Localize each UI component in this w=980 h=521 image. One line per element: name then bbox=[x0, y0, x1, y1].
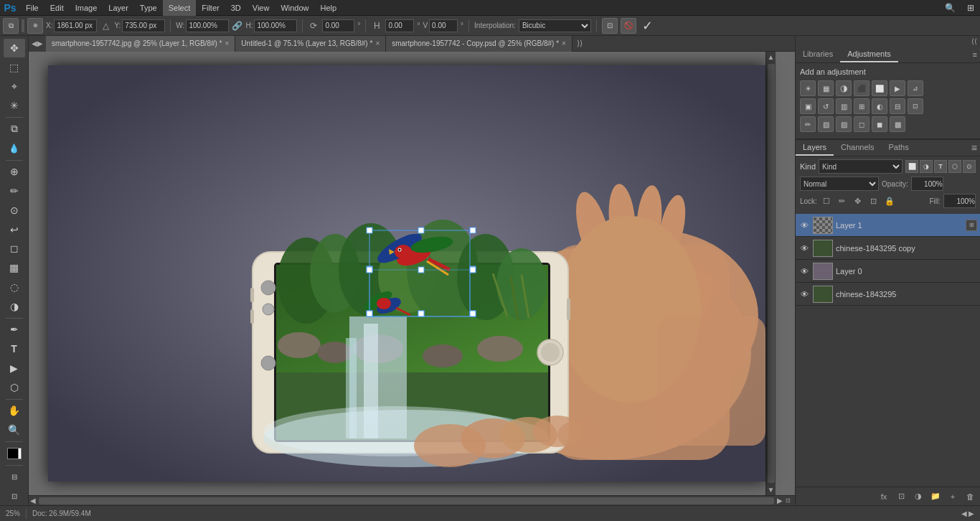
adj-invert[interactable]: ◐ bbox=[872, 98, 887, 114]
layer-adjustment-btn[interactable]: ◑ bbox=[911, 489, 925, 504]
tool-selection[interactable]: ⬚ bbox=[4, 58, 25, 77]
lock-position[interactable]: ✥ bbox=[852, 194, 864, 207]
tab-3[interactable]: smartphone-1957742 - Copy.psd @ 25% (RGB… bbox=[386, 36, 573, 52]
menu-3d[interactable]: 3D bbox=[225, 0, 247, 16]
tab-layers[interactable]: Layers bbox=[796, 140, 834, 156]
tool-healing[interactable]: ⊕ bbox=[4, 162, 25, 181]
w-input[interactable] bbox=[186, 19, 229, 32]
fill-input[interactable] bbox=[943, 194, 976, 208]
status-prev[interactable]: ◀ bbox=[961, 510, 967, 517]
adj-curves[interactable]: ◑ bbox=[836, 80, 852, 96]
layer-new-btn[interactable]: + bbox=[946, 489, 960, 504]
hskew-input[interactable] bbox=[385, 19, 414, 32]
tool-pen[interactable]: ✒ bbox=[4, 321, 25, 339]
layer-item-0[interactable]: 👁 Layer 1 ⊞ bbox=[796, 214, 980, 237]
menu-image[interactable]: Image bbox=[70, 0, 103, 16]
tool-path-select[interactable]: ▶ bbox=[4, 359, 25, 377]
adj-levels[interactable]: ▦ bbox=[818, 80, 834, 96]
filter-type[interactable]: T bbox=[934, 160, 947, 173]
adj-vibrance[interactable]: ⬜ bbox=[872, 80, 887, 96]
lock-transparent[interactable]: ☐ bbox=[820, 194, 833, 207]
adj-icon-4[interactable]: ◻ bbox=[854, 116, 870, 132]
layer-vis-3[interactable]: 👁 bbox=[798, 288, 810, 300]
menu-window[interactable]: Window bbox=[275, 0, 314, 16]
adj-icon-3[interactable]: ▨ bbox=[836, 116, 852, 132]
adj-brightness[interactable]: ☀ bbox=[800, 80, 816, 96]
warp-icon[interactable]: ⊡ bbox=[602, 18, 618, 34]
tab-3-close[interactable]: × bbox=[562, 39, 566, 47]
tab-paths[interactable]: Paths bbox=[882, 140, 916, 156]
angle-input[interactable] bbox=[322, 19, 354, 32]
tab-1-close[interactable]: × bbox=[225, 39, 230, 47]
tool-hand[interactable]: ✋ bbox=[4, 402, 25, 421]
lock-artboard[interactable]: ⊡ bbox=[867, 194, 880, 207]
blend-mode-select[interactable]: Normal Multiply Screen Overlay bbox=[800, 177, 879, 191]
adj-hsl[interactable]: ▶ bbox=[890, 80, 905, 96]
color-picker[interactable] bbox=[4, 444, 25, 463]
y-input[interactable] bbox=[122, 19, 165, 32]
adj-exposure[interactable]: ⬛ bbox=[854, 80, 870, 96]
layer-mask-btn[interactable]: ⊡ bbox=[894, 489, 908, 504]
tool-eraser[interactable]: ◻ bbox=[4, 240, 25, 258]
filter-pixel[interactable]: ⬜ bbox=[905, 160, 918, 173]
scroll-left-btn[interactable]: ◀ bbox=[30, 497, 36, 504]
tab-channels[interactable]: Channels bbox=[834, 140, 881, 156]
panel-top-settings[interactable]: ≡ bbox=[973, 50, 977, 59]
adj-colorbalance[interactable]: ⊿ bbox=[908, 80, 923, 96]
menu-type[interactable]: Type bbox=[134, 0, 163, 16]
interpolation-select[interactable]: Bicubic Bilinear Nearest Neighbor bbox=[519, 19, 591, 32]
menu-layer[interactable]: Layer bbox=[103, 0, 134, 16]
layer-group-btn[interactable]: 📁 bbox=[928, 489, 943, 504]
adj-colorlookup[interactable]: ⊞ bbox=[854, 98, 870, 114]
tool-gradient[interactable]: ▦ bbox=[4, 258, 25, 277]
tool-shape[interactable]: ⬡ bbox=[4, 378, 25, 397]
adj-icon-5[interactable]: ◼ bbox=[872, 116, 887, 132]
canvas-wrapper[interactable]: ▲ ▼ bbox=[29, 52, 795, 495]
layer-vis-0[interactable]: 👁 bbox=[798, 220, 810, 231]
menu-help[interactable]: Help bbox=[315, 0, 343, 16]
tool-crop[interactable]: ⧉ bbox=[4, 120, 25, 139]
adj-selectivecolor[interactable]: ▧ bbox=[818, 116, 834, 132]
tab-libraries[interactable]: Libraries bbox=[796, 47, 840, 62]
tab-collapse-btn[interactable]: ⟩⟩ bbox=[573, 36, 587, 52]
adj-photofilter[interactable]: ↺ bbox=[818, 98, 834, 114]
menu-select[interactable]: Select bbox=[163, 0, 197, 16]
scroll-right-btn[interactable]: ▶ bbox=[777, 497, 783, 504]
adj-bw[interactable]: ▣ bbox=[800, 98, 816, 114]
foreground-color[interactable] bbox=[7, 448, 19, 459]
transform-icon[interactable]: ⧉ bbox=[3, 18, 19, 34]
adj-posterize[interactable]: ⊟ bbox=[890, 98, 905, 114]
tool-zoom[interactable]: 🔍 bbox=[4, 421, 25, 439]
layer-item-2[interactable]: 👁 Layer 0 bbox=[796, 260, 980, 283]
menu-filter[interactable]: Filter bbox=[196, 0, 225, 16]
tool-lasso[interactable]: ⌖ bbox=[4, 78, 25, 96]
workspace-btn[interactable]: ⊞ bbox=[961, 0, 980, 16]
adj-channelmixer[interactable]: ▥ bbox=[836, 98, 852, 114]
filter-smart[interactable]: ⊙ bbox=[963, 160, 976, 173]
menu-file[interactable]: File bbox=[20, 0, 44, 16]
adj-threshold[interactable]: ⊡ bbox=[908, 98, 923, 114]
tab-adjustments[interactable]: Adjustments bbox=[840, 47, 898, 62]
tab-2[interactable]: Untitled-1 @ 75.1% (Layer 13, RGB/8#) * … bbox=[235, 36, 386, 52]
layers-panel-menu[interactable]: ≡ bbox=[971, 142, 977, 154]
tool-history[interactable]: ↩ bbox=[4, 220, 25, 239]
layer-vis-2[interactable]: 👁 bbox=[798, 266, 810, 277]
scroll-thumb-h[interactable] bbox=[39, 497, 774, 504]
cancel-transform[interactable]: 🚫 bbox=[621, 18, 636, 34]
menu-view[interactable]: View bbox=[247, 0, 275, 16]
scroll-up-btn[interactable]: ▲ bbox=[768, 53, 775, 61]
scroll-thumb-v[interactable] bbox=[768, 64, 775, 483]
layer-vis-1[interactable]: 👁 bbox=[798, 243, 810, 254]
vskew-input[interactable] bbox=[429, 19, 458, 32]
tool-brush[interactable]: ✏ bbox=[4, 182, 25, 200]
kind-select[interactable]: Kind bbox=[819, 159, 903, 174]
tool-magic-wand[interactable]: ✳ bbox=[4, 96, 25, 115]
adj-icon-6[interactable]: ▩ bbox=[890, 116, 905, 132]
tool-eyedropper[interactable]: 💧 bbox=[4, 139, 25, 158]
lock-all[interactable]: 🔒 bbox=[883, 194, 896, 207]
tab-scroll-left[interactable]: ◀ bbox=[32, 39, 37, 47]
opacity-input[interactable] bbox=[911, 177, 943, 191]
tab-scroll-right[interactable]: ▶ bbox=[37, 39, 43, 47]
tab-2-close[interactable]: × bbox=[375, 39, 380, 47]
layer-delete-btn[interactable]: 🗑 bbox=[963, 489, 977, 504]
